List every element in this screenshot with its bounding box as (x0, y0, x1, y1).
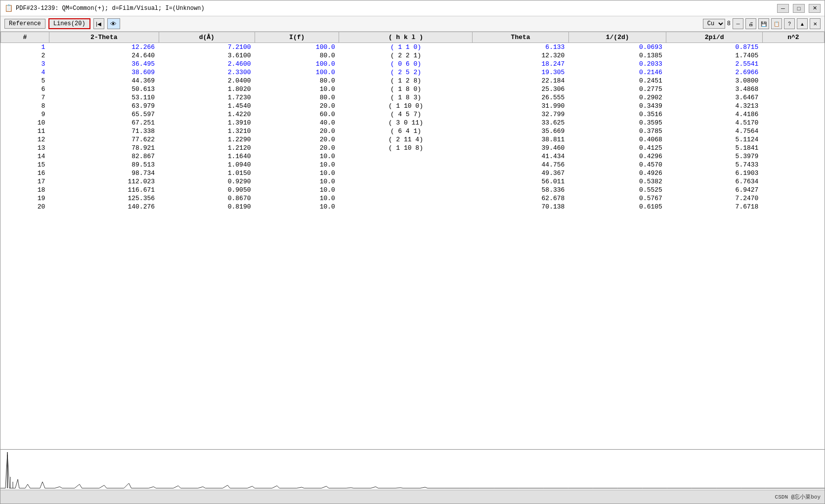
cell-row20-col8: 7.6718 (666, 203, 762, 211)
table-row: 544.3692.040080.0( 1 2 8)22.1840.24513.0… (1, 77, 825, 85)
cell-row11-col2: 71.338 (49, 127, 159, 135)
cell-row19-col5 (339, 194, 473, 203)
cell-row19-col2: 125.356 (49, 194, 159, 203)
cell-row16-col4: 10.0 (255, 169, 339, 177)
table-row: 438.6092.3300100.0( 2 5 2)19.3050.21462.… (1, 68, 825, 77)
table-row: 1698.7341.015010.049.3670.49266.1903 (1, 169, 825, 177)
cell-row13-col9 (762, 144, 824, 152)
col-header-d: d(Å) (159, 32, 255, 43)
col-header-inv2d: 1/(2d) (568, 32, 666, 43)
cell-row2-col5: ( 2 2 1) (339, 51, 473, 60)
view-button[interactable]: 👁 (107, 18, 120, 29)
cell-row13-col6: 39.460 (473, 144, 568, 152)
cell-row10-col1: 10 (1, 119, 49, 127)
cell-row17-col4: 10.0 (255, 177, 339, 186)
cell-row16-col2: 98.734 (49, 169, 159, 177)
cell-row2-col1: 2 (1, 51, 49, 60)
cell-row11-col3: 1.3210 (159, 127, 255, 135)
cell-row19-col3: 0.8670 (159, 194, 255, 203)
lines-button[interactable]: Lines(20) (48, 18, 90, 29)
cell-row14-col1: 14 (1, 152, 49, 161)
cell-row2-col3: 3.6100 (159, 51, 255, 60)
toolbar-right: Cu Mo Fe Co 8 ─ 🖨 💾 📋 ? ▲ ✕ (703, 18, 821, 29)
table-row: 336.4952.4600100.0( 0 6 0)18.2470.20332.… (1, 60, 825, 68)
cell-row3-col8: 2.5541 (666, 60, 762, 68)
cell-row18-col7: 0.5525 (568, 186, 666, 194)
cell-row18-col5 (339, 186, 473, 194)
cell-row8-col3: 1.4540 (159, 102, 255, 110)
up-button[interactable]: ▲ (797, 18, 808, 29)
data-table-container: # 2-Theta d(Å) I(f) ( h k l ) Theta 1/(2… (0, 32, 825, 211)
cell-row4-col1: 4 (1, 68, 49, 77)
cell-row15-col1: 15 (1, 161, 49, 169)
cell-row3-col2: 36.495 (49, 60, 159, 68)
print-button[interactable]: 🖨 (745, 18, 756, 29)
cell-row18-col6: 58.336 (473, 186, 568, 194)
cell-row15-col4: 10.0 (255, 161, 339, 169)
cell-row19-col6: 62.678 (473, 194, 568, 203)
cell-row10-col5: ( 3 0 11) (339, 119, 473, 127)
cell-row15-col2: 89.513 (49, 161, 159, 169)
cell-row3-col3: 2.4600 (159, 60, 255, 68)
col-header-hkl: ( h k l ) (339, 32, 473, 43)
element-select[interactable]: Cu Mo Fe Co (703, 19, 725, 29)
cell-row7-col3: 1.7230 (159, 93, 255, 102)
cell-row5-col3: 2.0400 (159, 77, 255, 85)
cell-row6-col9 (762, 85, 824, 93)
cell-row16-col6: 49.367 (473, 169, 568, 177)
cell-row6-col8: 3.4868 (666, 85, 762, 93)
close-right-button[interactable]: ✕ (810, 18, 821, 29)
cell-row18-col1: 18 (1, 186, 49, 194)
cell-row11-col4: 20.0 (255, 127, 339, 135)
waveform-chart (0, 450, 825, 489)
cell-row17-col6: 56.011 (473, 177, 568, 186)
cell-row5-col2: 44.369 (49, 77, 159, 85)
cell-row12-col1: 12 (1, 135, 49, 144)
maximize-button[interactable]: □ (793, 4, 805, 13)
help-button[interactable]: ? (784, 18, 795, 29)
cell-row8-col6: 31.990 (473, 102, 568, 110)
minimize-button[interactable]: ─ (777, 4, 789, 13)
cell-row1-col3: 7.2100 (159, 43, 255, 52)
table-row: 1277.6221.229020.0( 2 11 4)38.8110.40685… (1, 135, 825, 144)
cell-row14-col8: 5.3979 (666, 152, 762, 161)
cell-row4-col6: 19.305 (473, 68, 568, 77)
cell-row8-col2: 63.979 (49, 102, 159, 110)
table-row: 19125.3560.867010.062.6780.57677.2470 (1, 194, 825, 203)
cell-row7-col4: 80.0 (255, 93, 339, 102)
table-row: 863.9791.454020.0( 1 10 0)31.9900.34394.… (1, 102, 825, 110)
reference-button[interactable]: Reference (4, 19, 45, 29)
cell-row15-col7: 0.4570 (568, 161, 666, 169)
cell-row17-col1: 17 (1, 177, 49, 186)
copy-button[interactable]: 📋 (771, 18, 782, 29)
cell-row6-col3: 1.8020 (159, 85, 255, 93)
save-button[interactable]: 💾 (758, 18, 769, 29)
cell-row15-col8: 5.7433 (666, 161, 762, 169)
cell-row4-col3: 2.3300 (159, 68, 255, 77)
decrement-button[interactable]: ─ (733, 18, 743, 29)
cell-row20-col2: 140.276 (49, 203, 159, 211)
cell-row9-col8: 4.4186 (666, 110, 762, 119)
cell-row8-col4: 20.0 (255, 102, 339, 110)
cell-row16-col1: 16 (1, 169, 49, 177)
title-bar: 📋 PDF#23-1239: QM=Common(+); d=Film/Visu… (0, 0, 825, 16)
cell-row10-col8: 4.5170 (666, 119, 762, 127)
col-header-2theta: 2-Theta (49, 32, 159, 43)
close-button[interactable]: ✕ (809, 4, 821, 13)
cell-row20-col7: 0.6105 (568, 203, 666, 211)
nav-first-button[interactable]: |◀ (93, 18, 104, 29)
cell-row13-col4: 20.0 (255, 144, 339, 152)
cell-row6-col4: 10.0 (255, 85, 339, 93)
cell-row6-col2: 50.613 (49, 85, 159, 93)
cell-row10-col3: 1.3910 (159, 119, 255, 127)
cell-row11-col7: 0.3785 (568, 127, 666, 135)
table-row: 112.2667.2100100.0( 1 1 0)6.1330.06930.8… (1, 43, 825, 52)
cell-row14-col2: 82.867 (49, 152, 159, 161)
cell-row14-col5 (339, 152, 473, 161)
cell-row9-col6: 32.799 (473, 110, 568, 119)
cell-row9-col3: 1.4220 (159, 110, 255, 119)
col-header-n2: n^2 (762, 32, 824, 43)
cell-row1-col1: 1 (1, 43, 49, 52)
cell-row10-col6: 33.625 (473, 119, 568, 127)
table-row: 18116.6710.905010.058.3360.55256.9427 (1, 186, 825, 194)
